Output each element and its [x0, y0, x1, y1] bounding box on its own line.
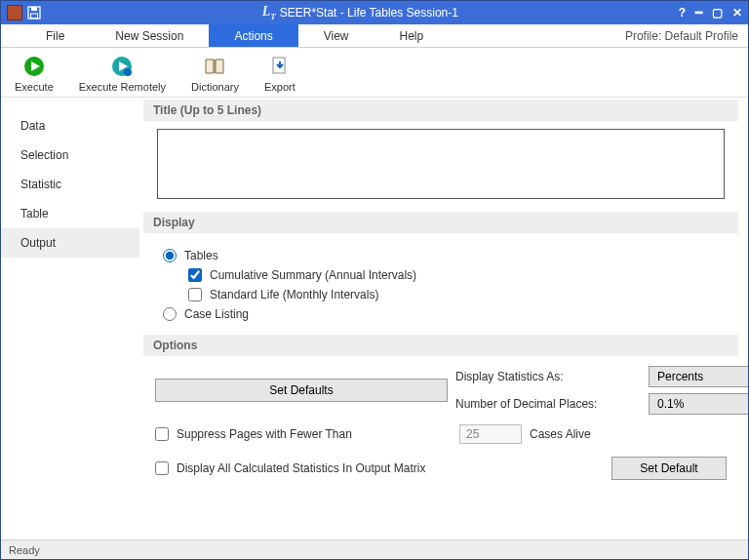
svg-point-7: [124, 68, 132, 76]
checkbox-suppress[interactable]: [155, 427, 169, 441]
radio-tables[interactable]: Tables: [163, 249, 719, 262]
play-icon: [21, 54, 47, 79]
stat-as-select[interactable]: Percents: [649, 366, 748, 387]
execute-remotely-button[interactable]: Execute Remotely: [79, 54, 166, 93]
checkbox-standard-life-input[interactable]: [188, 288, 202, 301]
set-defaults-button[interactable]: Set Defaults: [155, 379, 448, 402]
dictionary-button[interactable]: Dictionary: [191, 54, 239, 93]
sidebar: Data Selection Statistic Table Output: [1, 98, 139, 540]
menubar: File New Session Actions View Help Profi…: [1, 24, 748, 48]
toolbar: Execute Execute Remotely Dictionary Expo…: [1, 48, 748, 98]
window-titlebar: LT SEER*Stat - Life Tables Session-1 ? ━…: [1, 1, 748, 24]
menu-help[interactable]: Help: [374, 24, 450, 47]
menu-new-session[interactable]: New Session: [90, 24, 209, 47]
save-icon[interactable]: [26, 5, 42, 20]
checkbox-display-all-label: Display All Calculated Statistics In Out…: [177, 461, 425, 475]
decimals-select[interactable]: 0.1%: [649, 393, 748, 415]
decimals-label: Number of Decimal Places:: [455, 397, 641, 411]
svg-rect-1: [31, 7, 37, 11]
dictionary-label: Dictionary: [191, 81, 239, 93]
export-icon: [267, 54, 293, 79]
play-remote-icon: [109, 54, 135, 79]
sidebar-item-data[interactable]: Data: [1, 111, 139, 140]
statusbar: Ready: [1, 540, 748, 559]
minimize-icon[interactable]: ━: [695, 6, 702, 20]
export-label: Export: [264, 81, 296, 93]
execute-button[interactable]: Execute: [15, 54, 54, 93]
window-title: LT SEER*Stat - Life Tables Session-1: [42, 4, 679, 21]
checkbox-cumulative-input[interactable]: [188, 268, 202, 282]
section-options-head: Options: [143, 335, 738, 356]
menu-file[interactable]: File: [20, 24, 90, 47]
menu-actions[interactable]: Actions: [209, 24, 297, 47]
svg-rect-2: [31, 14, 38, 19]
checkbox-display-all[interactable]: Display All Calculated Statistics In Out…: [155, 461, 425, 475]
set-default-button[interactable]: Set Default: [611, 457, 727, 480]
sidebar-item-output[interactable]: Output: [1, 228, 139, 258]
execute-label: Execute: [15, 81, 54, 93]
radio-tables-label: Tables: [184, 249, 218, 262]
radio-case-listing-label: Case Listing: [184, 307, 249, 321]
maximize-icon[interactable]: ▢: [712, 6, 723, 20]
help-icon[interactable]: ?: [679, 6, 686, 20]
suppress-suffix: Cases Alive: [530, 427, 591, 441]
stat-as-label: Display Statistics As:: [455, 370, 641, 383]
section-display-head: Display: [143, 212, 738, 233]
checkbox-cumulative[interactable]: Cumulative Summary (Annual Intervals): [188, 268, 719, 282]
menu-view[interactable]: View: [298, 24, 374, 47]
radio-case-listing[interactable]: Case Listing: [163, 307, 719, 321]
checkbox-standard-life[interactable]: Standard Life (Monthly Intervals): [188, 288, 719, 301]
radio-tables-input[interactable]: [163, 249, 177, 262]
app-logo-text: LT: [262, 4, 276, 21]
title-input[interactable]: [157, 129, 725, 199]
suppress-label: Suppress Pages with Fewer Than: [177, 427, 452, 441]
main-area: Data Selection Statistic Table Output Ti…: [1, 98, 748, 540]
app-icon: [7, 5, 22, 20]
export-button[interactable]: Export: [264, 54, 296, 93]
profile-label: Profile: Default Profile: [625, 24, 748, 47]
checkbox-display-all-input[interactable]: [155, 461, 169, 475]
content-pane: Title (Up to 5 Lines) Display Tables Cum…: [139, 98, 748, 540]
sidebar-item-selection[interactable]: Selection: [1, 140, 139, 170]
checkbox-standard-life-label: Standard Life (Monthly Intervals): [210, 288, 378, 301]
checkbox-cumulative-label: Cumulative Summary (Annual Intervals): [210, 268, 416, 282]
close-icon[interactable]: ✕: [732, 6, 742, 20]
section-title-head: Title (Up to 5 Lines): [143, 100, 738, 121]
suppress-value-input: [459, 424, 522, 444]
dictionary-icon: [202, 54, 227, 79]
execute-remotely-label: Execute Remotely: [79, 81, 166, 93]
radio-case-listing-input[interactable]: [163, 307, 177, 321]
sidebar-item-table[interactable]: Table: [1, 199, 139, 228]
sidebar-item-statistic[interactable]: Statistic: [1, 170, 139, 199]
